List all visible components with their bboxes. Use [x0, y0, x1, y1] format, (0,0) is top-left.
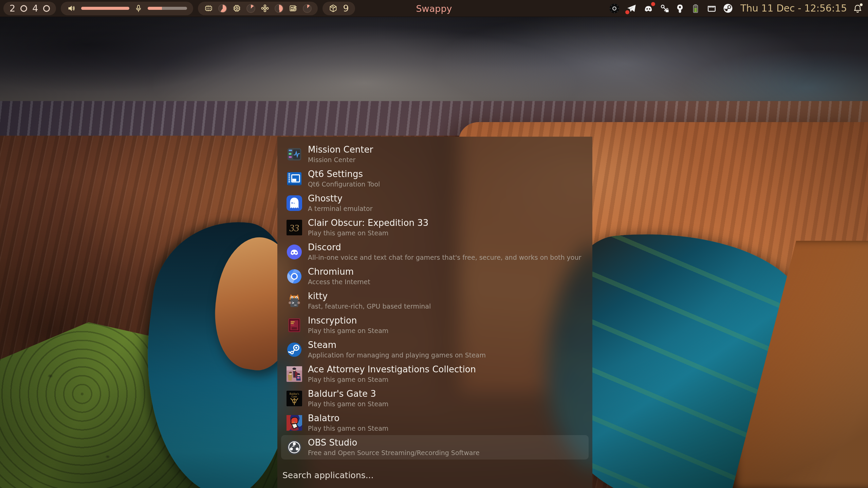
mission-center-icon — [287, 147, 302, 162]
workspace-indicator[interactable]: 2 4 — [3, 2, 56, 15]
vram-icon — [289, 4, 298, 13]
microphone-icon — [134, 4, 143, 13]
app-description: Play this game on Steam — [308, 327, 388, 335]
list-item-inscryption[interactable]: InscryptionPlay this game on Steam — [281, 313, 589, 337]
workspace-number[interactable]: 4 — [32, 4, 38, 13]
kitty-icon: >_ — [287, 293, 302, 309]
ace-attorney-icon — [287, 366, 302, 382]
gpu-icon — [260, 4, 270, 13]
discord-tray-icon[interactable] — [643, 3, 654, 14]
app-title: Mission Center — [308, 145, 373, 155]
ethernet-icon[interactable] — [706, 3, 717, 14]
mic-slider[interactable] — [148, 7, 187, 10]
workspace-number[interactable]: 2 — [10, 4, 15, 13]
notification-dot — [625, 10, 629, 14]
qt6-settings-icon — [287, 171, 302, 187]
gpu-usage-gauge — [275, 4, 283, 13]
updates-count: 9 — [343, 4, 349, 13]
ram-usage-gauge — [218, 4, 227, 13]
search-row[interactable]: Search applications... — [277, 470, 592, 480]
app-title: Baldur's Gate 3 — [308, 389, 388, 399]
list-item-balatro[interactable]: BalatroPlay this game on Steam — [281, 411, 589, 435]
app-title: Steam — [308, 340, 486, 350]
app-description: A terminal emulator — [308, 205, 373, 213]
steelseries-icon[interactable] — [609, 3, 620, 14]
app-title: Ace Attorney Investigations Collection — [308, 365, 476, 375]
app-description: Play this game on Steam — [308, 376, 476, 384]
app-title: kitty — [308, 291, 431, 301]
speaker-icon — [67, 4, 76, 13]
volume-slider[interactable] — [81, 7, 129, 10]
list-item-obs-studio[interactable]: OBS StudioFree and Open Source Streaming… — [281, 435, 589, 460]
clock[interactable]: Thu 11 Dec - 12:56:15 — [740, 3, 847, 14]
list-item-ace-attorney[interactable]: Ace Attorney Investigations CollectionPl… — [281, 362, 589, 386]
app-description: All-in-one voice and text chat for gamer… — [308, 254, 583, 261]
app-title: Inscryption — [308, 316, 388, 326]
list-item-qt6-settings[interactable]: Qt6 SettingsQt6 Configuration Tool — [281, 167, 589, 191]
chromium-icon — [287, 269, 302, 284]
list-item-baldurs-gate-3[interactable]: Baldur'sGate Baldur's Gate 3Play this ga… — [281, 386, 589, 411]
telegram-icon[interactable] — [626, 3, 637, 14]
app-title: Discord — [308, 242, 583, 253]
top-bar-left: 2 4 9 — [3, 2, 355, 15]
notification-dot — [651, 2, 655, 6]
app-title: Ghostty — [308, 194, 373, 204]
workspace-empty-circle-icon[interactable] — [43, 5, 50, 12]
app-description: Application for managing and playing gam… — [308, 351, 486, 359]
keyring-icon[interactable] — [675, 4, 685, 13]
steam-icon — [287, 342, 302, 357]
app-description: Qt6 Configuration Tool — [308, 180, 380, 188]
app-title: Qt6 Settings — [308, 169, 380, 179]
svg-text:33: 33 — [289, 222, 299, 233]
svg-text:>_: >_ — [292, 300, 297, 306]
obs-studio-icon — [287, 440, 302, 455]
app-description: Free and Open Source Streaming/Recording… — [308, 449, 480, 457]
keys-icon[interactable] — [660, 4, 669, 13]
list-item-ghostty[interactable]: >- GhosttyA terminal emulator — [281, 191, 589, 215]
ghostty-icon: >- — [287, 195, 302, 211]
updates-widget[interactable]: 9 — [322, 2, 355, 15]
system-monitor-widget[interactable] — [198, 2, 318, 15]
workspace-empty-circle-icon[interactable] — [20, 5, 27, 12]
notification-dot — [860, 3, 863, 6]
clair-obscur-icon: 33 — [287, 220, 302, 235]
notifications-bell-icon[interactable] — [853, 3, 863, 13]
balatro-icon — [287, 415, 302, 431]
app-description: Play this game on Steam — [308, 400, 388, 408]
app-title: Chromium — [308, 267, 370, 277]
audio-widget[interactable] — [61, 2, 193, 15]
app-description: Play this game on Steam — [308, 229, 428, 237]
app-title: Clair Obscur: Expedition 33 — [308, 218, 428, 228]
discord-icon — [287, 244, 302, 260]
list-item-mission-center[interactable]: Mission CenterMission Center — [281, 142, 589, 167]
cpu-usage-gauge — [246, 4, 255, 13]
top-bar: 2 4 9 Swappy — [0, 0, 868, 17]
app-title: Balatro — [308, 413, 388, 424]
app-title: OBS Studio — [308, 438, 480, 448]
package-icon — [329, 4, 338, 13]
app-launcher-panel: Mission CenterMission Center Qt6 Setting… — [277, 137, 592, 488]
inscryption-icon — [287, 317, 302, 333]
vram-usage-gauge — [303, 4, 312, 13]
top-bar-right: Thu 11 Dec - 12:56:15 — [609, 3, 865, 14]
ram-icon — [204, 4, 213, 13]
cpu-icon — [232, 4, 241, 13]
svg-text:>-: >- — [291, 201, 295, 205]
app-description: Fast, feature-rich, GPU based terminal — [308, 302, 431, 310]
search-input[interactable]: Search applications... — [282, 470, 374, 480]
list-item-chromium[interactable]: ChromiumAccess the Internet — [281, 264, 589, 289]
steam-tray-icon[interactable] — [723, 3, 733, 14]
list-item-steam[interactable]: SteamApplication for managing and playin… — [281, 337, 589, 362]
baldurs-gate-3-icon: Baldur'sGate — [287, 391, 302, 406]
app-description: Access the Internet — [308, 278, 370, 286]
list-item-clair-obscur[interactable]: 33 Clair Obscur: Expedition 33Play this … — [281, 215, 589, 240]
battery-icon[interactable] — [690, 3, 701, 14]
app-description: Mission Center — [308, 156, 373, 164]
list-item-discord[interactable]: DiscordAll-in-one voice and text chat fo… — [281, 240, 589, 264]
svg-text:Gate: Gate — [292, 395, 297, 398]
app-description: Play this game on Steam — [308, 425, 388, 432]
list-item-kitty[interactable]: >_ kittyFast, feature-rich, GPU based te… — [281, 289, 589, 313]
